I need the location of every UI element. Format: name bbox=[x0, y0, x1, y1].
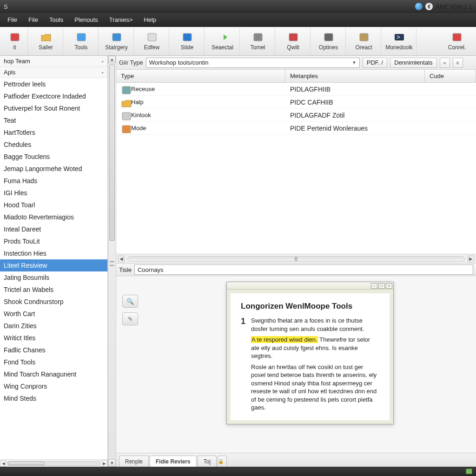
sidebar-item[interactable]: Chedules bbox=[0, 139, 107, 151]
toolbar-edfew-button[interactable]: Edfew bbox=[135, 28, 169, 55]
sidebar-item[interactable]: Darin Zities bbox=[0, 320, 107, 332]
hscroll-right-icon[interactable]: ▶ bbox=[468, 256, 474, 262]
menu-tranies>[interactable]: Tranies> bbox=[104, 13, 138, 27]
filter-label: Giir Type bbox=[119, 59, 143, 66]
sidebar-item[interactable]: Writict Itles bbox=[0, 332, 107, 344]
preview-zoom-button[interactable]: 🔍 bbox=[122, 295, 138, 308]
table-row[interactable]: KinlookPIDLAGFADF Zotil bbox=[116, 109, 476, 122]
hscroll-left-icon[interactable]: ◀ bbox=[0, 460, 7, 467]
toolbar-monedoolk-button[interactable]: >Monedoolk bbox=[382, 28, 416, 55]
hscroll-right-icon[interactable]: ▶ bbox=[101, 460, 107, 467]
hscroll-left-icon[interactable]: ◀ bbox=[118, 256, 125, 262]
pin-icon[interactable]: ▪ bbox=[102, 59, 104, 64]
doc-highlight: A te respored wiwd dien. bbox=[251, 336, 318, 343]
sidebar-item[interactable]: Worth Cart bbox=[0, 308, 107, 320]
sidebar-item[interactable]: Trictel an Wabels bbox=[0, 284, 107, 296]
menu-plenouts[interactable]: Plenouts bbox=[69, 13, 104, 27]
sidebar-item[interactable]: Jating Bosumils bbox=[0, 271, 107, 284]
sidebar-item[interactable]: Mind Steds bbox=[0, 392, 107, 404]
sidebar-item[interactable]: Pettroder leels bbox=[0, 78, 107, 90]
dennimlentals-segment[interactable]: Dennimlentals bbox=[390, 58, 436, 68]
sidebar-hscroll[interactable]: ◀ ▶ bbox=[0, 459, 107, 467]
sidebar-item[interactable]: Inteal Dareet bbox=[0, 223, 107, 235]
table-row[interactable]: HalpPIDC CAFHIIB bbox=[116, 96, 476, 109]
toolbar-statrgery-button[interactable]: Statrgery bbox=[99, 28, 134, 55]
gear-search-icon bbox=[322, 32, 335, 43]
nav-prev-button[interactable]: « bbox=[440, 58, 450, 68]
col-type-header[interactable]: Type bbox=[116, 70, 285, 82]
filter-bar: Giir Type Workshop tools/contin ▼ PDF. /… bbox=[116, 56, 476, 70]
toolbar-qwilt-button[interactable]: Qwilt bbox=[276, 28, 311, 55]
menu-tools[interactable]: Tools bbox=[44, 13, 69, 27]
toolbar-stide-button[interactable]: Stide bbox=[170, 28, 205, 55]
toolbar-saller-button[interactable]: Saller bbox=[29, 28, 63, 55]
toolbar-it-button[interactable]: it bbox=[2, 28, 28, 55]
cal-red-icon bbox=[450, 32, 463, 43]
sidebar-item[interactable]: Fuma Hads bbox=[0, 175, 107, 187]
preview-tool-button[interactable]: ✎ bbox=[122, 312, 138, 325]
page-plain-icon bbox=[121, 112, 128, 119]
tab-toj[interactable]: Toj bbox=[198, 456, 217, 467]
col-meta-header[interactable]: Metanples bbox=[285, 70, 425, 82]
sidebar-item[interactable]: Shook Condnurstorp bbox=[0, 296, 107, 308]
main-panel: Giir Type Workshop tools/contin ▼ PDF. /… bbox=[116, 56, 476, 467]
menu-file[interactable]: File bbox=[2, 13, 23, 27]
title-filter-label: Tisle bbox=[119, 266, 132, 273]
sidebar-header-apls[interactable]: Apls ▪ bbox=[0, 67, 107, 78]
sidebar-item[interactable]: Putiverpel for Sout Ronent bbox=[0, 102, 107, 114]
table-header: Type Metanples Cude bbox=[116, 70, 476, 83]
sidebar-item[interactable]: Patfioder Exectcore Indaded bbox=[0, 90, 107, 102]
toolbar-optines-button[interactable]: Optines bbox=[311, 28, 346, 55]
sidebar-vscroll[interactable]: ▲ ▼ bbox=[108, 56, 116, 467]
sidebar-item[interactable]: Mind Toarch Ranagunent bbox=[0, 368, 107, 380]
sidebar-item[interactable]: HartTotlers bbox=[0, 126, 107, 139]
sidebar-header-team[interactable]: hop Team ▪ bbox=[0, 56, 107, 67]
tools-x-icon bbox=[287, 32, 300, 43]
table-row[interactable]: ModePIDE Pertenid Wonleraues bbox=[116, 122, 476, 135]
maximize-icon[interactable]: □ bbox=[378, 283, 385, 289]
vscroll-down-icon[interactable]: ▼ bbox=[108, 459, 116, 467]
col-code-header[interactable]: Cude bbox=[425, 70, 476, 82]
menu-file[interactable]: File bbox=[23, 13, 44, 27]
pdf-segment[interactable]: PDF. / bbox=[363, 58, 387, 68]
sidebar-item[interactable]: Prods TouLit bbox=[0, 235, 107, 247]
sidebar-item[interactable]: Jemap Langormehe Woted bbox=[0, 163, 107, 175]
close-icon[interactable]: × bbox=[386, 283, 392, 289]
toolbar-seaectal-button[interactable]: Seaectal bbox=[205, 28, 240, 55]
sidebar-list: Pettroder leelsPatfioder Exectcore Indad… bbox=[0, 78, 107, 459]
page-arrow-icon bbox=[121, 86, 128, 93]
hscroll-thumb[interactable] bbox=[8, 462, 45, 465]
lock-icon bbox=[357, 32, 370, 43]
minimize-icon[interactable]: – bbox=[371, 283, 377, 289]
title-filter-input[interactable]: Coornays bbox=[134, 264, 473, 275]
toolbar-tools-button[interactable]: Tools bbox=[64, 28, 99, 55]
toolbar-tomel-button[interactable]: Tomel bbox=[241, 28, 275, 55]
sidebar-item[interactable]: Miadoto Revertemiagios bbox=[0, 211, 107, 223]
sidebar-item[interactable]: Hood Toarl bbox=[0, 199, 107, 211]
sidebar-item[interactable]: Teat bbox=[0, 114, 107, 126]
type-filter-combo[interactable]: Workshop tools/contin ▼ bbox=[146, 58, 360, 68]
menu-help[interactable]: Help bbox=[138, 13, 162, 27]
sidebar-item[interactable]: Bagge Touclens bbox=[0, 151, 107, 163]
doc-preview-window: – □ × Longorizen WenlMoope Tools 1 Swign… bbox=[226, 282, 394, 424]
sidebar-item[interactable]: Fond Tools bbox=[0, 356, 107, 368]
sidebar-item[interactable]: Wing Conprors bbox=[0, 380, 107, 392]
toolbar-oreact-button[interactable]: Oreact bbox=[347, 28, 381, 55]
sidebar-item[interactable]: Instection Hies bbox=[0, 247, 107, 259]
nav-list-button[interactable]: ≡ bbox=[453, 58, 463, 68]
sidebar-item[interactable]: Liteel Resiview bbox=[0, 259, 107, 271]
table-row[interactable]: ReceusePIDLAGFHIIB bbox=[116, 83, 476, 96]
tab-renple[interactable]: Renple bbox=[119, 456, 149, 467]
vscroll-thumb[interactable] bbox=[109, 64, 115, 241]
sidebar-item[interactable]: Fadlic Chanes bbox=[0, 344, 107, 356]
toolbar-conrel-button[interactable]: Conrel. bbox=[440, 28, 474, 55]
hscroll-label: 0 bbox=[295, 256, 298, 262]
vscroll-up-icon[interactable]: ▲ bbox=[108, 56, 116, 63]
pin-icon[interactable]: ▪ bbox=[102, 70, 104, 75]
tab-fidiereviers[interactable]: Fidie Reviers bbox=[150, 456, 197, 467]
tab-extra[interactable]: 🔒 bbox=[218, 456, 227, 467]
table-hscroll[interactable]: ◀ 0 ▶ bbox=[116, 254, 476, 263]
folder-icon bbox=[40, 32, 53, 43]
hscroll-track[interactable]: 0 bbox=[127, 256, 465, 262]
sidebar-item[interactable]: IGI Hles bbox=[0, 187, 107, 199]
